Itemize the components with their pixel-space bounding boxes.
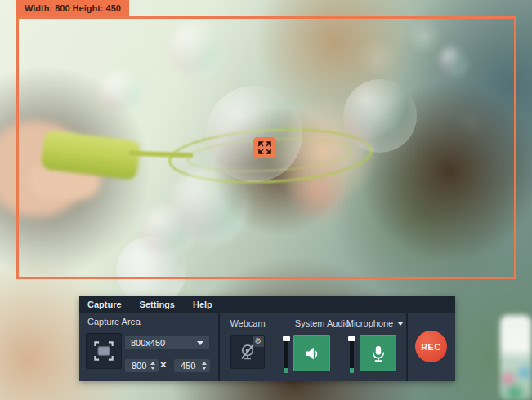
app-screen: Width: 800 Height: 450 Capture Settings … <box>0 0 532 400</box>
resolution-dropdown[interactable]: 800x450 <box>125 336 209 349</box>
capture-area-icon <box>93 340 114 362</box>
resolution-dropdown-value: 800x450 <box>131 338 165 348</box>
slider-fill <box>284 368 288 373</box>
multiply-sign: × <box>160 358 167 371</box>
rec-button[interactable]: REC <box>415 331 447 362</box>
capture-area-title: Capture Area <box>87 317 141 327</box>
width-value: 800 <box>132 361 146 371</box>
width-spinner[interactable]: 800 <box>125 359 159 372</box>
slider-fill <box>350 368 354 373</box>
menu-help[interactable]: Help <box>193 300 212 309</box>
chevron-down-icon <box>397 322 404 326</box>
microphone-icon <box>369 344 388 363</box>
speaker-icon <box>302 344 322 363</box>
panel-divider <box>406 313 408 381</box>
chevron-down-icon <box>197 341 203 345</box>
capture-size-badge: Width: 800 Height: 450 <box>16 0 129 16</box>
menu-bar: Capture Settings Help <box>79 296 455 313</box>
panel-divider <box>218 313 220 381</box>
webcam-button[interactable]: ⚙ <box>230 335 265 369</box>
move-handle[interactable] <box>253 137 276 158</box>
slider-handle[interactable] <box>283 336 290 341</box>
select-capture-area-button[interactable] <box>86 333 122 369</box>
menu-settings[interactable]: Settings <box>140 300 175 309</box>
microphone-label-row[interactable]: Microphone <box>342 318 408 328</box>
height-spinner[interactable]: 450 <box>174 359 210 372</box>
microphone-volume-slider[interactable] <box>350 336 354 373</box>
system-audio-button[interactable] <box>293 335 330 371</box>
spinner-arrows-icon[interactable] <box>202 362 207 370</box>
spinner-arrows-icon[interactable] <box>150 362 155 370</box>
height-value: 450 <box>181 361 195 371</box>
control-panel: Capture Settings Help Capture Area 800x4… <box>79 296 455 381</box>
webcam-label: Webcam <box>223 318 272 328</box>
slider-handle[interactable] <box>348 336 355 341</box>
microphone-button[interactable] <box>360 335 396 371</box>
capture-size-label: Width: 800 Height: 450 <box>25 3 121 13</box>
microphone-label: Microphone <box>346 318 393 328</box>
webcam-settings-gear-icon[interactable]: ⚙ <box>253 336 264 347</box>
menu-capture[interactable]: Capture <box>87 300 122 309</box>
system-audio-volume-slider[interactable] <box>284 336 288 373</box>
move-arrows-icon <box>257 140 273 155</box>
bubble-bottle <box>500 315 531 400</box>
